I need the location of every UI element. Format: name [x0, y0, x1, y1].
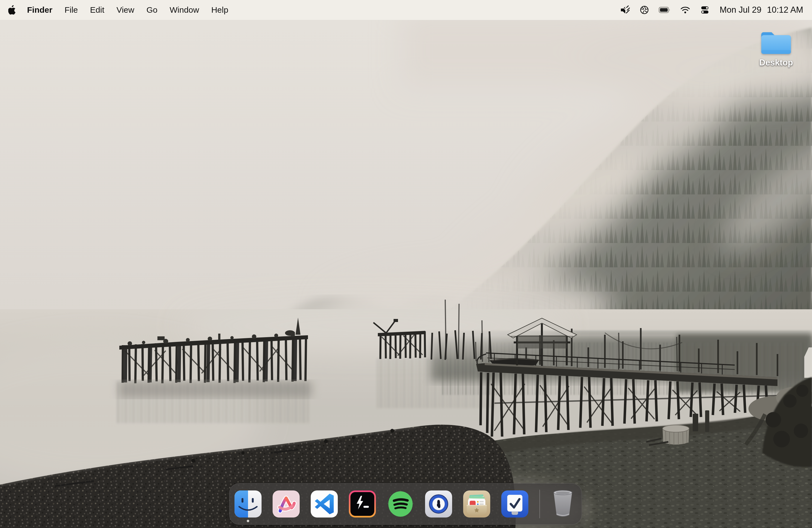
menu-item-help[interactable]: Help — [205, 5, 234, 15]
dock-item-things[interactable] — [501, 490, 528, 517]
menu-bar-left: Finder File Edit View Go Window Help — [0, 5, 234, 15]
dock-item-vscode[interactable] — [311, 490, 338, 517]
finder-icon — [234, 490, 262, 517]
clock-date: Mon Jul 29 — [720, 5, 762, 15]
desktop-surface[interactable] — [0, 0, 812, 528]
menu-item-view[interactable]: View — [111, 5, 140, 15]
control-center-icon[interactable] — [700, 5, 710, 14]
trash-icon — [551, 489, 575, 518]
dock-item-spotify[interactable] — [387, 490, 414, 517]
folder-icon — [759, 28, 793, 57]
menu-bar-status: Mon Jul 29 10:12 AM — [620, 5, 803, 15]
desktop-icon-folder[interactable]: Desktop — [758, 28, 794, 68]
menu-bar: Finder File Edit View Go Window Help — [0, 0, 812, 20]
battery-icon[interactable] — [659, 6, 670, 13]
anybox-icon — [463, 490, 490, 517]
dock-item-finder[interactable] — [234, 490, 262, 517]
menu-item-window[interactable]: Window — [163, 5, 205, 15]
menu-item-file[interactable]: File — [59, 5, 84, 15]
warp-terminal-icon — [349, 490, 376, 517]
spotify-icon — [387, 490, 414, 517]
wifi-icon[interactable] — [680, 6, 690, 14]
vscode-icon — [311, 490, 338, 517]
menu-bar-clock[interactable]: Mon Jul 29 10:12 AM — [720, 5, 803, 15]
dock-item-trash[interactable] — [551, 489, 575, 518]
dock-item-anybox[interactable] — [463, 490, 490, 517]
dock-item-arc[interactable] — [273, 490, 300, 517]
dock — [229, 483, 582, 525]
apple-menu[interactable] — [8, 5, 16, 15]
menu-item-edit[interactable]: Edit — [84, 5, 111, 15]
dock-separator — [539, 489, 540, 518]
aperture-icon[interactable] — [640, 5, 649, 14]
apple-logo-icon — [8, 5, 16, 15]
onepassword-icon — [425, 490, 452, 517]
dock-item-1password[interactable] — [425, 490, 452, 517]
muted-volume-icon[interactable] — [620, 5, 630, 14]
desktop-icon-label: Desktop — [759, 58, 793, 68]
wallpaper-image — [0, 0, 812, 528]
clock-time: 10:12 AM — [767, 5, 803, 15]
running-indicator — [247, 520, 249, 522]
menu-item-finder[interactable]: Finder — [21, 5, 59, 15]
arc-browser-icon — [273, 490, 300, 517]
things-icon — [501, 490, 528, 517]
menu-item-go[interactable]: Go — [140, 5, 163, 15]
dock-item-warp[interactable] — [349, 490, 376, 517]
